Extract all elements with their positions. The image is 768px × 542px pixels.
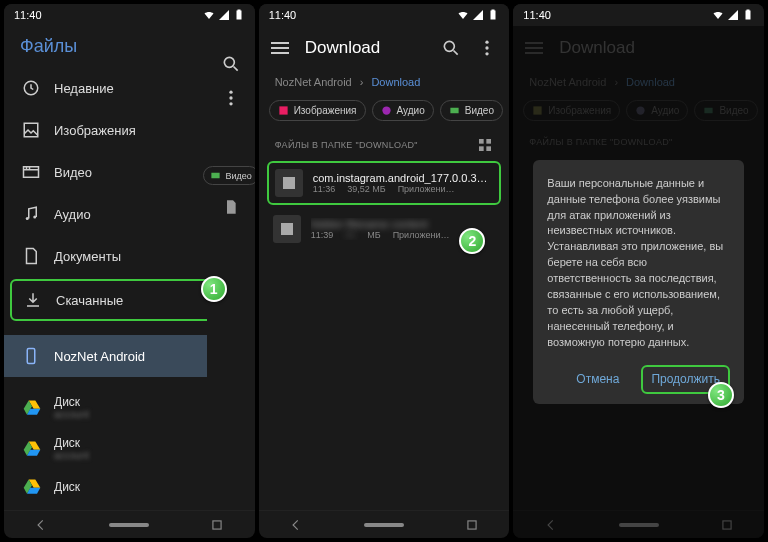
battery-icon: [487, 9, 499, 21]
more-icon[interactable]: [221, 88, 241, 108]
signal-icon: [472, 9, 484, 21]
breadcrumb: NozNet Android › Download: [259, 70, 510, 94]
sidebar-label: Аудио: [54, 207, 91, 222]
chip-images[interactable]: Изображения: [269, 100, 366, 121]
svg-rect-20: [487, 139, 492, 144]
chip-audio[interactable]: Аудио: [372, 100, 434, 121]
chip-video[interactable]: Видео: [440, 100, 503, 121]
file-type: Приложени…: [393, 230, 450, 240]
svg-point-14: [486, 46, 489, 49]
wifi-icon: [457, 9, 469, 21]
battery-icon: [742, 9, 754, 21]
chip-label: Изображения: [294, 105, 357, 116]
wifi-icon: [712, 9, 724, 21]
svg-rect-10: [211, 173, 219, 179]
back-icon[interactable]: [289, 518, 303, 532]
svg-point-13: [486, 41, 489, 44]
audio-icon: [22, 205, 40, 223]
svg-point-8: [229, 96, 232, 99]
status-bar: 11:40: [4, 4, 255, 26]
step-badge-1: 1: [201, 276, 227, 302]
filter-chips: Изображения Аудио Видео: [259, 94, 510, 127]
security-dialog: Ваши персональные данные и данные телефо…: [533, 160, 744, 405]
file-time: 11:36: [313, 184, 336, 194]
video-icon: [22, 163, 40, 181]
menu-icon[interactable]: [271, 42, 289, 54]
phone-screen-2: 11:40 Download NozNet Android › Download…: [259, 4, 510, 538]
phone-screen-3: 11:40 Download NozNet Android › Download…: [513, 4, 764, 538]
file-size-unit: МБ: [367, 230, 380, 240]
image-icon: [22, 121, 40, 139]
svg-point-4: [33, 216, 36, 219]
search-icon[interactable]: [221, 54, 241, 74]
file-row-apk[interactable]: com.instagram.android_177.0.0.30.119-… 1…: [267, 161, 502, 205]
svg-rect-22: [487, 146, 492, 151]
file-size: 39,52 МБ: [347, 184, 385, 194]
section-header: ФАЙЛЫ В ПАПКЕ "DOWNLOAD": [259, 127, 510, 159]
svg-rect-19: [479, 139, 484, 144]
sidebar-label: NozNet Android: [54, 349, 145, 364]
apk-icon: [275, 169, 303, 197]
search-icon[interactable]: [441, 38, 461, 58]
drive-label: Диск: [54, 480, 80, 494]
drive-label: Диск: [54, 436, 89, 450]
step-badge-3: 3: [708, 382, 734, 408]
image-icon: [278, 105, 289, 116]
drive-icon: [22, 477, 42, 497]
video-icon: [449, 105, 460, 116]
nav-bar: [259, 510, 510, 538]
apk-icon: [273, 215, 301, 243]
chip-label: Видео: [465, 105, 494, 116]
audio-icon: [381, 105, 392, 116]
home-pill[interactable]: [109, 523, 149, 527]
dialog-scrim: Ваши персональные данные и данные телефо…: [513, 26, 764, 538]
drive-label: Диск: [54, 395, 89, 409]
battery-icon: [233, 9, 245, 21]
svg-rect-5: [27, 349, 35, 364]
section-label: ФАЙЛЫ В ПАПКЕ "DOWNLOAD": [275, 140, 418, 150]
phone-screen-1: 11:40 Файлы Недавние Изображения Видео А…: [4, 4, 255, 538]
svg-rect-11: [213, 520, 221, 528]
svg-rect-21: [479, 146, 484, 151]
back-icon[interactable]: [34, 518, 48, 532]
svg-rect-24: [281, 223, 293, 235]
svg-point-3: [26, 217, 29, 220]
svg-rect-25: [468, 520, 476, 528]
crumb-leaf[interactable]: Download: [371, 76, 420, 88]
sidebar-label: Недавние: [54, 81, 114, 96]
sidebar-label: Изображения: [54, 123, 136, 138]
grid-icon[interactable]: [477, 137, 493, 153]
file-time: 11:39: [311, 230, 334, 240]
wifi-icon: [203, 9, 215, 21]
svg-rect-1: [24, 123, 38, 137]
svg-point-15: [486, 52, 489, 55]
document-icon: [22, 247, 40, 265]
svg-point-17: [382, 106, 390, 114]
status-icons: [712, 9, 754, 21]
svg-point-12: [445, 41, 455, 51]
clock: 11:40: [14, 9, 42, 21]
chip-label: Аудио: [397, 105, 425, 116]
recent-icon[interactable]: [465, 518, 479, 532]
chip-label: Видео: [226, 171, 252, 181]
svg-point-6: [224, 57, 234, 67]
chip-video-peek[interactable]: Видео: [203, 166, 255, 185]
dialog-message: Ваши персональные данные и данные телефо…: [547, 176, 730, 351]
cancel-button[interactable]: Отмена: [566, 365, 629, 394]
svg-rect-18: [450, 108, 458, 114]
download-icon: [24, 291, 42, 309]
crumb-root[interactable]: NozNet Android: [275, 76, 352, 88]
svg-rect-23: [283, 177, 295, 189]
recent-icon[interactable]: [210, 518, 224, 532]
status-bar: 11:40: [259, 4, 510, 26]
nav-bar: [4, 510, 255, 538]
video-icon: [210, 170, 221, 181]
drive-icon: [22, 439, 42, 459]
chevron-right-icon: ›: [360, 76, 364, 88]
file-name: com.instagram.android_177.0.0.30.119-…: [313, 172, 494, 184]
page-title: Download: [305, 38, 426, 58]
status-icons: [203, 9, 245, 21]
home-pill[interactable]: [364, 523, 404, 527]
more-icon[interactable]: [477, 38, 497, 58]
sidebar-label: Документы: [54, 249, 121, 264]
